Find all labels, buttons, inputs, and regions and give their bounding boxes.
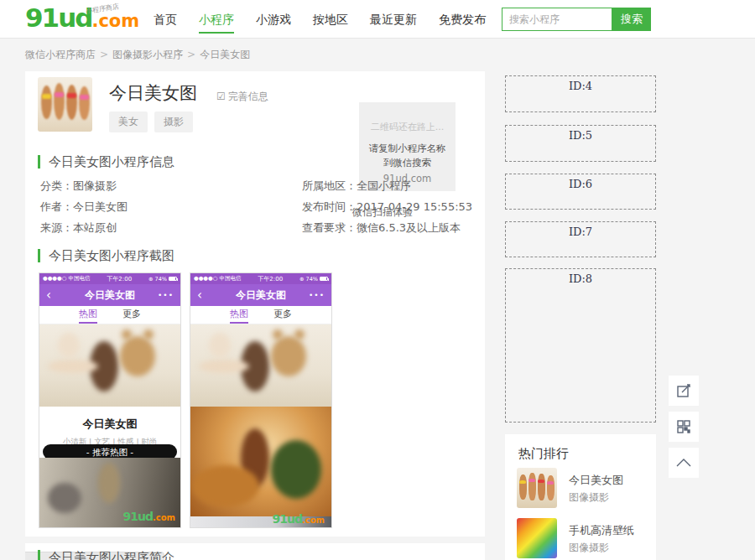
battery-percent: ⊕ 74%: [299, 276, 318, 283]
section-title-info: 今日美女图小程序信息: [38, 155, 174, 169]
more-menu-icon[interactable]: •••: [308, 291, 325, 299]
screenshot-photo-girl-teddy: [190, 324, 331, 407]
app-intro-card: 今日美女图小程序简介: [25, 543, 485, 560]
info-requirement: 查看要求：微信6.5.3及以上版本: [302, 220, 461, 236]
hot-item-category: 图像摄影: [569, 490, 609, 505]
page-title: 今日美女图: [109, 81, 197, 105]
nav-item-minigames[interactable]: 小游戏: [256, 0, 291, 39]
back-icon[interactable]: ‹: [197, 288, 214, 303]
qrcode-icon: [676, 419, 691, 434]
breadcrumb-separator: >: [187, 49, 195, 60]
watermark-suffix: .com: [153, 513, 175, 522]
site-header: 91ud.com 小程序商店 首页 小程序 小游戏 按地区 最近更新 免费发布 …: [0, 0, 755, 39]
tab-hot-pics[interactable]: 热图: [230, 306, 248, 324]
status-time: 下午2:00: [241, 275, 299, 283]
logo-text: 91ud: [25, 3, 91, 33]
phone-nav-title: 今日美女图: [63, 288, 157, 303]
breadcrumb-separator: >: [100, 49, 108, 60]
info-author: 作者：今日美女图: [40, 200, 128, 215]
carrier-signal-label: ●●●●○ 中国电信: [194, 275, 241, 283]
breadcrumb: 微信小程序商店>图像摄影小程序>今日美女图: [25, 48, 250, 62]
tag-beauty[interactable]: 美女: [109, 111, 148, 132]
hot-ranking-card: 热门排行 今日美女图 图像摄影 手机高清壁纸 图像摄影: [505, 434, 656, 560]
screenshot-phone-2: ●●●●○ 中国电信 下午2:00 ⊕ 74% ‹ 今日美女图 ••• 热图 更…: [190, 272, 332, 528]
tab-more[interactable]: 更多: [273, 306, 292, 324]
tab-more[interactable]: 更多: [122, 306, 141, 324]
screenshot-phone-1: ●●●●○ 中国电信 下午2:00 ⊕ 74% ‹ 今日美女图 ••• 热图 更…: [39, 272, 181, 528]
hot-item-category: 图像摄影: [569, 541, 609, 555]
breadcrumb-category[interactable]: 图像摄影小程序: [112, 49, 183, 60]
hot-ranking-title: 热门排行: [518, 446, 569, 462]
edit-icon: [676, 383, 691, 398]
improve-info-link[interactable]: ☑完善信息: [216, 90, 268, 104]
chevron-up-icon: [675, 458, 692, 468]
watermark-main: 91ud: [122, 510, 152, 523]
watermark-suffix: .com: [302, 516, 325, 525]
ad-slot-id7[interactable]: ID:7: [505, 221, 656, 257]
phone-status-bar: ●●●●○ 中国电信 下午2:00 ⊕ 74%: [190, 273, 331, 284]
battery-icon: [169, 277, 177, 281]
status-time: 下午2:00: [90, 275, 148, 283]
hot-ranking-item-2[interactable]: 手机高清壁纸 图像摄影: [517, 518, 648, 558]
watermark-main: 91ud: [272, 512, 301, 526]
qrcode-button[interactable]: [669, 412, 699, 442]
nav-item-recent[interactable]: 最近更新: [370, 0, 417, 39]
carrier-signal-label: ●●●●○ 中国电信: [43, 275, 90, 283]
phone-tab-bar: 热图 更多: [190, 306, 331, 324]
nav-item-publish[interactable]: 免费发布: [439, 0, 486, 39]
battery-percent: ⊕ 74%: [148, 276, 167, 283]
app-thumbnail-image: [38, 77, 92, 132]
screenshot-photo-girl-teddy: [39, 324, 180, 407]
hot-item-thumbnail: [517, 468, 557, 508]
search-box: 搜索: [502, 8, 651, 31]
phone-tab-bar: 热图 更多: [39, 306, 180, 324]
edit-check-icon: ☑: [216, 91, 226, 102]
battery-icon: [320, 277, 328, 281]
tab-hot-pics[interactable]: 热图: [79, 306, 97, 324]
app-detail-card: 今日美女图 ☑完善信息 美女 摄影 二维码还在路上... 请复制小程序名称 到微…: [25, 71, 485, 537]
watermark: 91ud.com: [122, 508, 175, 524]
feedback-edit-button[interactable]: [669, 376, 699, 406]
hot-item-name: 手机高清壁纸: [569, 523, 634, 538]
more-menu-icon[interactable]: •••: [157, 291, 174, 299]
ad-slot-id4[interactable]: ID:4: [505, 75, 656, 112]
screenshot-photo-kitchen: 91ud.com: [39, 458, 180, 527]
info-publish-time: 发布时间：2017-04-29 15:55:53: [302, 200, 472, 215]
section-title-screenshots: 今日美女图小程序截图: [38, 249, 174, 262]
phone-nav-bar: ‹ 今日美女图 •••: [39, 284, 180, 306]
tag-photography[interactable]: 摄影: [154, 111, 193, 132]
search-button[interactable]: 搜索: [612, 8, 651, 31]
search-input[interactable]: [502, 8, 612, 31]
site-logo[interactable]: 91ud.com 小程序商店: [25, 3, 139, 33]
qr-instruction-line2: 到微信搜索: [359, 156, 456, 170]
phone-card-title: 今日美女图: [39, 407, 180, 432]
tag-list: 美女 摄影: [109, 111, 193, 132]
breadcrumb-current: 今日美女图: [200, 49, 250, 60]
screenshot-photo-warm-room: [190, 407, 331, 516]
ad-slot-id8[interactable]: ID:8: [505, 268, 656, 423]
info-source: 来源：本站原创: [40, 220, 117, 236]
back-to-top-button[interactable]: [669, 448, 699, 478]
watermark: 91ud.com: [272, 511, 325, 526]
breadcrumb-store[interactable]: 微信小程序商店: [25, 49, 96, 60]
hot-ranking-item-1[interactable]: 今日美女图 图像摄影: [517, 468, 648, 508]
page: 91ud.com 小程序商店 首页 小程序 小游戏 按地区 最近更新 免费发布 …: [0, 0, 755, 560]
phone-nav-title: 今日美女图: [214, 288, 308, 303]
phone-status-bar: ●●●●○ 中国电信 下午2:00 ⊕ 74%: [39, 273, 180, 284]
section-title-intro: 今日美女图小程序简介: [38, 550, 174, 560]
qr-instruction-line1: 请复制小程序名称: [359, 142, 456, 156]
phone-nav-bar: ‹ 今日美女图 •••: [190, 284, 331, 306]
back-icon[interactable]: ‹: [46, 288, 63, 303]
ad-slot-id6[interactable]: ID:6: [505, 174, 656, 210]
ad-slot-id5[interactable]: ID:5: [505, 125, 656, 162]
nav-item-region[interactable]: 按地区: [313, 0, 348, 39]
hot-item-thumbnail: [517, 518, 557, 558]
qr-pending-text: 二维码还在路上...: [359, 121, 456, 133]
improve-info-label: 完善信息: [228, 91, 268, 102]
info-category: 分类：图像摄影: [40, 179, 117, 194]
nav-item-miniprograms[interactable]: 小程序: [199, 0, 234, 39]
main-nav: 首页 小程序 小游戏 按地区 最近更新 免费发布: [154, 0, 486, 39]
nav-item-home[interactable]: 首页: [154, 0, 177, 39]
info-region: 所属地区：全国小程序: [302, 179, 411, 194]
hot-item-name: 今日美女图: [569, 473, 623, 488]
